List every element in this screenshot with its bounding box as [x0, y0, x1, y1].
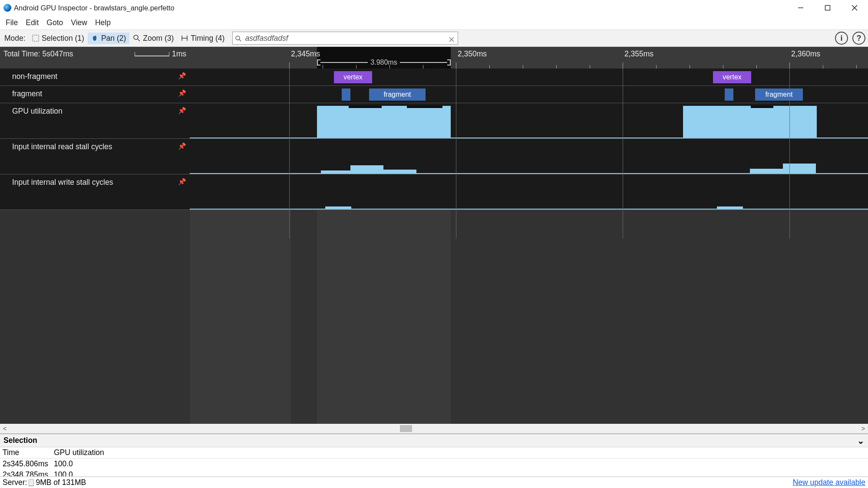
mode-label: Mode:: [3, 34, 28, 43]
table-row[interactable]: 2s348.785ms 100.0: [0, 469, 868, 477]
timeline-ruler[interactable]: Total Time: 5s047ms 1ms 2,345ms 2,350ms …: [0, 47, 868, 69]
table-row[interactable]: 2s345.806ms 100.0: [0, 459, 868, 469]
clear-search-icon[interactable]: [449, 35, 455, 41]
track-label-non-fragment: non-fragment: [0, 69, 190, 85]
tracks-area[interactable]: non-fragment 📌 vertex vertex fragment 📌 …: [0, 69, 868, 424]
event-vertex[interactable]: vertex: [334, 71, 372, 83]
track-label-read-stall: Input internal read stall cycles: [0, 139, 190, 174]
ruler-tick-0: 2,345ms: [291, 49, 320, 59]
menu-file[interactable]: File: [2, 16, 22, 29]
track-fragment[interactable]: fragment 📌 fragment fragment: [0, 86, 868, 103]
search-input[interactable]: [242, 34, 449, 43]
app-icon: [3, 4, 11, 12]
timeline[interactable]: Total Time: 5s047ms 1ms 2,345ms 2,350ms …: [0, 47, 868, 424]
mode-pan[interactable]: Pan (2): [88, 33, 129, 44]
chevron-down-icon[interactable]: ⌄: [857, 436, 865, 446]
mode-selection[interactable]: Selection (1): [28, 33, 88, 44]
selection-header[interactable]: Selection ⌄: [0, 434, 868, 447]
event-fragment[interactable]: fragment: [755, 88, 803, 101]
timeline-empty-area[interactable]: [0, 210, 868, 424]
ruler-tick-1: 2,350ms: [458, 49, 487, 59]
selection-table: Time GPU utilization 2s345.806ms 100.0 2…: [0, 447, 868, 477]
cell-value: 100.0: [51, 469, 112, 477]
minimize-button[interactable]: [787, 0, 814, 16]
svg-point-10: [236, 36, 240, 40]
svg-rect-1: [825, 6, 830, 10]
scale-indicator: 1ms: [135, 49, 186, 59]
zoom-icon: [133, 34, 141, 42]
svg-line-11: [239, 39, 241, 41]
help-button[interactable]: ?: [852, 32, 865, 45]
pin-icon[interactable]: 📌: [178, 72, 186, 80]
menubar: File Edit Goto View Help: [0, 16, 868, 30]
menu-goto[interactable]: Goto: [43, 16, 67, 29]
timing-icon: [181, 34, 188, 42]
pin-icon[interactable]: 📌: [178, 89, 186, 97]
titlebar: Android GPU Inspector - brawlstars_angle…: [0, 0, 868, 16]
hand-icon: [91, 34, 99, 42]
pin-icon[interactable]: 📌: [178, 107, 186, 115]
cell-time: 2s348.785ms: [0, 469, 51, 477]
ruler-tick-2: 2,355ms: [624, 49, 653, 59]
track-non-fragment[interactable]: non-fragment 📌 vertex vertex: [0, 69, 868, 86]
help-icon: ?: [857, 34, 861, 43]
track-label-fragment: fragment: [0, 86, 190, 103]
total-time-label: Total Time: 5s047ms: [3, 49, 73, 59]
mode-pan-label: Pan (2): [101, 34, 126, 43]
server-label: Server:: [3, 478, 27, 487]
mode-zoom-label: Zoom (3): [143, 34, 174, 43]
event-fragment-small[interactable]: [725, 88, 733, 101]
selection-icon: [32, 34, 40, 42]
track-label-gpu-util: GPU utilization: [0, 103, 190, 138]
event-fragment[interactable]: fragment: [369, 88, 426, 101]
menu-view[interactable]: View: [67, 16, 91, 29]
menu-help[interactable]: Help: [91, 16, 115, 29]
menu-edit[interactable]: Edit: [22, 16, 43, 29]
table-header-row: Time GPU utilization: [0, 447, 868, 459]
event-fragment-small[interactable]: [342, 88, 350, 101]
event-vertex[interactable]: vertex: [713, 71, 751, 83]
info-icon: i: [840, 34, 842, 43]
window-title: Android GPU Inspector - brawlstars_angle…: [14, 4, 175, 12]
memory-text: 9MB of 131MB: [36, 478, 86, 487]
ruler-tick-3: 2,360ms: [791, 49, 820, 59]
track-write-stall[interactable]: Input internal write stall cycles 📌: [0, 174, 868, 210]
scroll-right-icon[interactable]: >: [858, 425, 868, 432]
track-gpu-utilization[interactable]: GPU utilization 📌: [0, 103, 868, 139]
track-label-write-stall: Input internal write stall cycles: [0, 174, 190, 210]
status-bar: Server: 9MB of 131MB New update availabl…: [0, 477, 868, 488]
cell-time: 2s345.806ms: [0, 459, 51, 469]
scroll-left-icon[interactable]: <: [0, 425, 10, 432]
selection-panel: Selection ⌄ Time GPU utilization 2s345.8…: [0, 433, 868, 477]
mode-zoom[interactable]: Zoom (3): [129, 33, 177, 44]
svg-line-6: [138, 39, 140, 41]
scrollbar-thumb[interactable]: [400, 425, 412, 432]
memory-gauge-icon: [29, 479, 34, 486]
pin-icon[interactable]: 📌: [178, 178, 186, 186]
search-box[interactable]: [232, 32, 458, 45]
track-read-stall[interactable]: Input internal read stall cycles 📌: [0, 139, 868, 174]
close-button[interactable]: [841, 0, 868, 16]
mode-timing-label: Timing (4): [191, 34, 224, 43]
column-time[interactable]: Time: [0, 447, 51, 458]
info-button[interactable]: i: [835, 32, 848, 45]
pin-icon[interactable]: 📌: [178, 142, 186, 150]
update-link[interactable]: New update available: [793, 478, 865, 487]
search-icon: [235, 35, 242, 42]
column-value[interactable]: GPU utilization: [51, 447, 112, 458]
mode-selection-label: Selection (1): [42, 34, 84, 43]
toolbar: Mode: Selection (1) Pan (2) Zoom (3) Tim…: [0, 30, 868, 47]
mode-timing[interactable]: Timing (4): [177, 33, 228, 44]
scale-label: 1ms: [172, 49, 186, 58]
svg-rect-4: [33, 35, 39, 41]
svg-point-5: [134, 35, 138, 39]
maximize-button[interactable]: [814, 0, 841, 16]
cell-value: 100.0: [51, 459, 112, 469]
timeline-scrollbar[interactable]: < >: [0, 424, 868, 433]
selection-title: Selection: [3, 436, 37, 445]
